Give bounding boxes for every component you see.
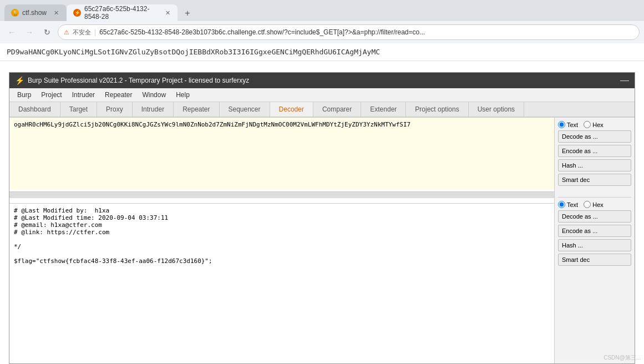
decoder-output-textarea[interactable]: # @Last Modified by: h1xa # @Last Modifi…	[9, 204, 554, 363]
decoder-bottom-area: # @Last Modified by: h1xa # @Last Modifi…	[9, 204, 554, 363]
tab-ctf[interactable]: 🏆 ctf.show ✕	[4, 4, 67, 21]
tab-repeater[interactable]: Repeater	[174, 102, 219, 117]
burp-titlebar: ⚡ Burp Suite Professional v2021.2 - Temp…	[9, 73, 635, 88]
decoder-input-textarea[interactable]	[9, 118, 554, 190]
tab-project-options[interactable]: Project options	[406, 102, 468, 117]
csdn-watermark: CSDN@第三...	[604, 354, 641, 362]
bottom-radio-text[interactable]: Text	[558, 201, 578, 208]
security-icon: ⚠	[64, 29, 69, 36]
decoder-top-area	[9, 118, 554, 204]
burp-menubar: Burp Project Intruder Repeater Window He…	[9, 88, 635, 102]
tab-user-options[interactable]: User options	[469, 102, 524, 117]
url-output-bar: PD9waHANCg0KLyoNCiMgLSotIGNvZGluZyBsotDQ…	[0, 43, 644, 61]
top-smartdec-btn[interactable]: Smart dec	[558, 174, 631, 186]
top-radio-hex[interactable]: Hex	[584, 121, 604, 128]
address-separator: |	[94, 28, 96, 36]
menu-burp[interactable]: Burp	[13, 89, 36, 100]
address-bar-row: ← → ↻ ⚠ 不安全 | 65c27a6c-525b-4132-8548-28…	[0, 21, 644, 43]
tab-burp-close[interactable]: ✕	[164, 9, 171, 17]
top-radio-hex-label: Hex	[592, 122, 604, 128]
top-radio-row: Text Hex	[558, 121, 631, 128]
back-button[interactable]: ←	[4, 25, 19, 39]
burp-titlebar-left: ⚡ Burp Suite Professional v2021.2 - Temp…	[15, 76, 249, 85]
burp-lightning-icon: ⚡	[15, 76, 24, 85]
decoder-panels: # @Last Modified by: h1xa # @Last Modifi…	[9, 118, 635, 363]
decoder-top-scrollbar[interactable]	[9, 191, 554, 198]
bottom-radio-text-label: Text	[567, 201, 578, 208]
menu-repeater[interactable]: Repeater	[100, 89, 136, 100]
tab-ctf-close[interactable]: ✕	[52, 9, 60, 17]
tab-sequencer[interactable]: Sequencer	[220, 102, 270, 117]
tab-bar: 🏆 ctf.show ✕ ⚡ 65c27a6c-525b-4132-8548-2…	[0, 0, 644, 21]
burp-title: Burp Suite Professional v2021.2 - Tempor…	[28, 77, 249, 84]
decoder-right-panel: Text Hex Decode as ... Encode as ... Has…	[554, 118, 635, 363]
tab-intruder[interactable]: Intruder	[133, 102, 174, 117]
bottom-encode-btn[interactable]: Encode as ...	[558, 225, 631, 237]
burp-window: ⚡ Burp Suite Professional v2021.2 - Temp…	[9, 72, 635, 364]
tab-comparer[interactable]: Comparer	[313, 102, 361, 117]
menu-intruder[interactable]: Intruder	[68, 89, 99, 100]
tab-burp-label: 65c27a6c-525b-4132-8548-28	[84, 5, 159, 21]
top-decode-btn[interactable]: Decode as ...	[558, 130, 631, 143]
tab-proxy[interactable]: Proxy	[97, 102, 133, 117]
menu-window[interactable]: Window	[138, 89, 170, 100]
browser-content: PD9waHANCg0KLyoNCiMgLSotIGNvZGluZyBsotDQ…	[0, 43, 644, 364]
decoder-left: # @Last Modified by: h1xa # @Last Modifi…	[9, 118, 554, 363]
menu-project[interactable]: Project	[37, 89, 66, 100]
ctf-favicon: 🏆	[11, 9, 19, 17]
tab-extender[interactable]: Extender	[361, 102, 406, 117]
forward-button[interactable]: →	[22, 25, 37, 39]
top-hash-btn[interactable]: Hash ...	[558, 159, 631, 171]
tab-target[interactable]: Target	[60, 102, 97, 117]
tab-ctf-label: ctf.show	[22, 9, 47, 17]
bottom-radio-hex-label: Hex	[592, 201, 604, 208]
page-wrapper: 🏆 ctf.show ✕ ⚡ 65c27a6c-525b-4132-8548-2…	[0, 0, 644, 364]
bottom-radio-row: Text Hex	[558, 201, 631, 208]
tab-dashboard[interactable]: Dashboard	[9, 102, 60, 117]
right-panel-top-section: Text Hex Decode as ... Encode as ... Has…	[558, 121, 631, 188]
burp-minimize-button[interactable]: —	[620, 75, 629, 85]
tab-burp[interactable]: ⚡ 65c27a6c-525b-4132-8548-28 ✕	[67, 4, 178, 21]
top-radio-text-label: Text	[567, 122, 578, 128]
burp-favicon: ⚡	[73, 9, 81, 17]
bottom-radio-text-input[interactable]	[558, 201, 565, 208]
burp-tabs: Dashboard Target Proxy Intruder Repeater…	[9, 102, 635, 118]
top-radio-text[interactable]: Text	[558, 121, 578, 128]
address-bar[interactable]: ⚠ 不安全 | 65c27a6c-525b-4132-8548-28e3b107…	[58, 24, 640, 40]
right-panel-bottom-section: Text Hex Decode as ... Encode as ... Has…	[558, 201, 631, 355]
bottom-radio-hex[interactable]: Hex	[584, 201, 604, 208]
top-radio-text-input[interactable]	[558, 121, 565, 128]
bottom-decode-btn[interactable]: Decode as ...	[558, 210, 631, 223]
reload-button[interactable]: ↻	[40, 25, 54, 39]
top-radio-hex-input[interactable]	[584, 121, 591, 128]
top-encode-btn[interactable]: Encode as ...	[558, 145, 631, 157]
tab-decoder[interactable]: Decoder	[270, 102, 313, 118]
bottom-smartdec-btn[interactable]: Smart dec	[558, 254, 631, 266]
security-label: 不安全	[73, 28, 91, 37]
new-tab-button[interactable]: +	[180, 6, 195, 21]
menu-help[interactable]: Help	[171, 89, 194, 100]
spacer	[0, 61, 644, 68]
bottom-radio-hex-input[interactable]	[584, 201, 591, 208]
address-url: 65c27a6c-525b-4132-8548-28e3b1073b6c.cha…	[99, 28, 633, 36]
bottom-hash-btn[interactable]: Hash ...	[558, 239, 631, 251]
right-panel-divider	[558, 197, 631, 198]
